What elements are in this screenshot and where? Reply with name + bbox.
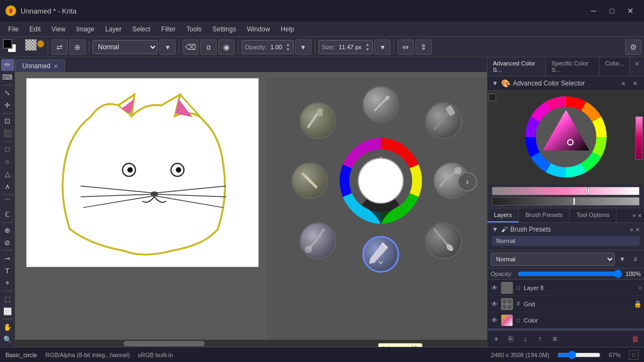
menu-item-tools[interactable]: Tools (181, 23, 207, 35)
polyline-tool[interactable]: ∧ (1, 181, 14, 193)
layer-opacity-slider[interactable] (518, 270, 622, 278)
canvas-content[interactable]: › Ink_gpen_10 (15, 73, 487, 347)
erase-button[interactable]: ⌫ (183, 40, 199, 55)
polygon-tool[interactable]: △ (1, 168, 14, 180)
menu-item-image[interactable]: Image (71, 23, 100, 35)
menu-item-layer[interactable]: Layer (100, 23, 127, 35)
move-tool[interactable]: ✛ (1, 100, 14, 111)
color-strip-btn-1[interactable] (489, 94, 496, 101)
text-tool[interactable]: T (1, 265, 14, 277)
pattern-swatch[interactable] (25, 39, 37, 51)
opacity-expand[interactable]: ▾ (295, 40, 311, 55)
color-tab[interactable]: Color... (600, 57, 630, 76)
wet-paint-button[interactable]: ◉ (218, 40, 235, 55)
layers-settings-btn[interactable]: ≡ (633, 213, 636, 219)
layer-properties-button[interactable]: ≡ (548, 332, 561, 345)
document-tab-unnamed[interactable]: Unnamed ✕ (15, 60, 65, 72)
menu-item-file[interactable]: File (3, 23, 24, 35)
mirror-h-button[interactable]: ⇔ (398, 40, 414, 55)
gradient-slider[interactable] (492, 187, 640, 195)
smudge-tool[interactable]: ⊘ (1, 236, 14, 248)
brush-circle-bottom-right[interactable] (425, 222, 462, 259)
layers-tab[interactable]: Layers (487, 208, 519, 222)
menu-item-filter[interactable]: Filter (156, 23, 181, 35)
brush-presets-tab[interactable]: Brush Presets (519, 208, 570, 222)
brush-circle-top[interactable] (362, 86, 399, 123)
rectangle-tool[interactable]: □ (1, 143, 14, 155)
crop-tool[interactable]: ⊡ (1, 115, 14, 127)
settings-button[interactable]: ⚙ (625, 40, 641, 55)
brush-circle-bottom-selected[interactable] (362, 236, 399, 273)
pan-tool[interactable]: ✋ (1, 321, 14, 333)
menu-item-window[interactable]: Window (242, 23, 276, 35)
brush-circle-left[interactable] (291, 162, 328, 199)
smart-patch-tool[interactable]: ⌖ (1, 277, 14, 289)
blend-mode-select[interactable]: Normal Multiply Screen Overlay (93, 40, 158, 54)
tab-close-button[interactable]: ✕ (54, 63, 58, 69)
opacity-up[interactable]: ▲ (286, 42, 290, 47)
color-wheel-svg[interactable] (523, 94, 609, 180)
menu-item-settings[interactable]: Settings (207, 23, 241, 35)
layer-row-grid[interactable]: 👁 # Grid 🔒 (487, 296, 644, 312)
zoom-slider[interactable] (557, 352, 601, 358)
gradient-swatch[interactable] (37, 40, 44, 48)
delete-layer-button[interactable]: 🗑 (629, 332, 642, 345)
size-down[interactable]: ▼ (365, 47, 369, 52)
copy-layer-button[interactable]: ⎘ (504, 332, 517, 345)
bp-collapse-arrow[interactable]: ▼ (492, 226, 498, 233)
clone-tool[interactable]: ⊕ (1, 224, 14, 236)
value-slider-thumb[interactable] (573, 198, 575, 205)
canvas-settings-button[interactable]: □ (629, 350, 639, 360)
brush-circle-top-right[interactable] (425, 102, 462, 139)
cs-close-icon[interactable]: ✕ (630, 78, 640, 88)
size-expand[interactable]: ▾ (374, 40, 391, 55)
bezier-tool[interactable]: ⌒ (1, 196, 14, 208)
bp-settings-btn[interactable]: ≡ (630, 227, 633, 233)
freehand-selection-tool[interactable]: ⌨ (1, 71, 14, 83)
menu-item-view[interactable]: View (46, 23, 71, 35)
swap-colors-button[interactable]: ⇄ (51, 40, 68, 55)
add-layer-button[interactable]: + (490, 332, 503, 345)
tool-options-tab[interactable]: Tool Options (570, 208, 616, 222)
mirror-v-button[interactable]: ⇕ (415, 40, 432, 55)
menu-item-help[interactable]: Help (275, 23, 300, 35)
brush-preset-value[interactable]: Normal (492, 236, 640, 246)
hue-slider-vertical[interactable] (635, 116, 643, 160)
fill-tool[interactable]: ⬛ (1, 128, 14, 140)
panel-collapse-arrow[interactable]: ▼ (492, 80, 498, 87)
panel-close-button[interactable]: ✕ (630, 57, 644, 76)
bp-close-btn[interactable]: ✕ (635, 227, 640, 233)
menu-item-select[interactable]: Select (127, 23, 155, 35)
transform-tool[interactable]: ⤡ (1, 87, 14, 99)
reset-colors-button[interactable]: ⊕ (69, 40, 86, 55)
zoom-tool[interactable]: 🔍 (1, 333, 14, 345)
advanced-color-tab[interactable]: Advanced Color S... (487, 57, 546, 76)
layer-visibility-8[interactable]: 👁 (490, 283, 499, 293)
menu-item-edit[interactable]: Edit (24, 23, 46, 35)
move-layer-down-button[interactable]: ↓ (519, 332, 532, 345)
preserve-alpha-button[interactable]: α (200, 40, 217, 55)
cs-settings-icon[interactable]: ≡ (619, 78, 628, 88)
brush-circle-bottom-left[interactable] (300, 222, 336, 259)
layer-filter-btn[interactable]: ▼ (617, 254, 628, 265)
value-slider[interactable] (492, 197, 640, 206)
maximize-button[interactable]: □ (604, 5, 620, 16)
drawing-canvas[interactable] (26, 78, 259, 267)
contiguous-selection-tool[interactable]: ⬜ (1, 305, 14, 317)
layer-row-8[interactable]: 👁 □ Layer 8 α (487, 280, 644, 296)
freehand-brush-tool[interactable]: ✏ (1, 59, 14, 71)
scrollbar-thumb[interactable] (123, 341, 205, 346)
layer-row-color[interactable]: 👁 □ Color (487, 312, 644, 328)
gradient-slider-thumb[interactable] (588, 187, 590, 195)
foreground-color-swatch[interactable] (3, 39, 12, 49)
brush-circle-top-left[interactable] (300, 102, 336, 139)
opacity-down[interactable]: ▼ (286, 47, 290, 52)
specific-color-tab[interactable]: Specific Color S... (546, 57, 600, 76)
layer-options-btn[interactable]: ≡ (630, 254, 641, 265)
calligraphy-tool[interactable]: ℂ (1, 209, 14, 221)
layer-visibility-grid[interactable]: 👁 (490, 299, 499, 309)
layers-close-btn[interactable]: ✕ (638, 213, 642, 219)
layer-blend-mode-select[interactable]: Normal Multiply Screen (491, 253, 615, 266)
minimize-button[interactable]: ─ (586, 5, 602, 16)
blend-mode-arrow[interactable]: ▾ (159, 40, 175, 55)
